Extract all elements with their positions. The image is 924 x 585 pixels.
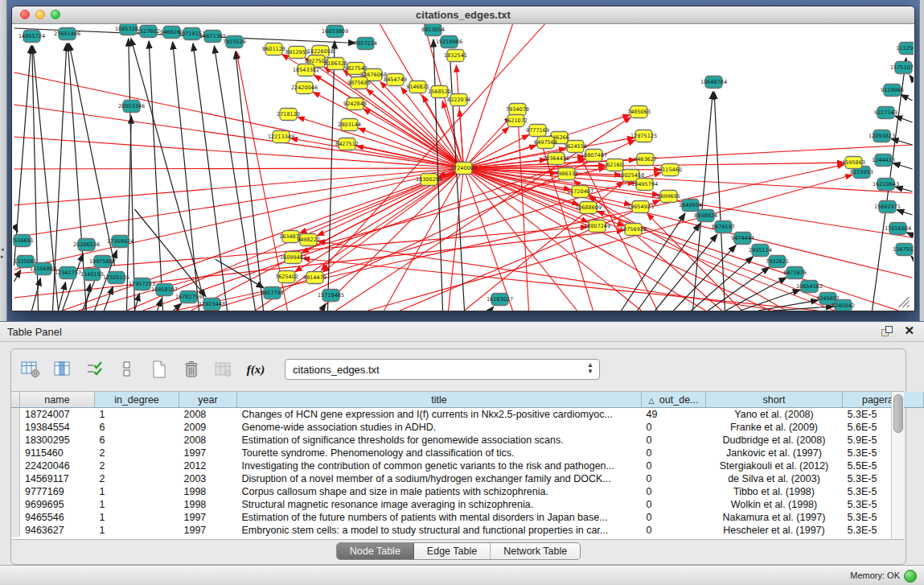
row-gutter bbox=[11, 498, 20, 511]
graph-edge bbox=[464, 168, 913, 278]
graph-node-label: 9498222 bbox=[297, 237, 320, 243]
graph-node-label: 8912955 bbox=[285, 49, 309, 56]
graph-node-label: 8427512 bbox=[335, 141, 359, 147]
table-scrollbar[interactable] bbox=[891, 392, 904, 539]
graph-node-label: 18300295 bbox=[416, 176, 442, 183]
function-builder-icon[interactable]: f(x) bbox=[244, 358, 267, 381]
graph-node-label: 8222034 bbox=[447, 97, 470, 103]
graph-edge bbox=[135, 294, 140, 311]
cell-in_degree: 1 bbox=[95, 511, 179, 524]
table-row[interactable]: 969969511998Structural magnetic resonanc… bbox=[11, 498, 924, 511]
graph-edge bbox=[911, 256, 913, 257]
graph-node-label: 9146821 bbox=[406, 84, 429, 90]
graph-node-label: 17359924 bbox=[107, 238, 133, 245]
graph-node-label: 16210643 bbox=[873, 181, 899, 187]
network-table-selector[interactable]: citations_edges.txt ▲▼ bbox=[285, 359, 600, 380]
graph-node-label: 22420046 bbox=[291, 84, 318, 91]
graph-node-label: 15692971 bbox=[874, 204, 901, 210]
network-canvas[interactable]: 1405572427691406106532871527602946616010… bbox=[13, 24, 914, 311]
graph-node-label: 2718120 bbox=[277, 111, 300, 117]
close-panel-icon[interactable]: ✕ bbox=[904, 323, 914, 338]
graph-node-label: 1335061 bbox=[14, 258, 37, 265]
float-panel-icon[interactable] bbox=[881, 326, 892, 336]
cell-pagerank: 5.3E-5 bbox=[843, 524, 924, 537]
table-row[interactable]: 911546021997Tourette syndrome. Phenomeno… bbox=[11, 447, 924, 459]
graph-node-label: 10654162 bbox=[796, 283, 823, 290]
table-row[interactable]: 1938455462009Genome-wide association stu… bbox=[11, 421, 924, 434]
window-title: citations_edges.txt bbox=[12, 9, 914, 21]
cell-short: Franke et al. (2009) bbox=[706, 421, 843, 434]
tab-network-table[interactable]: Network Table bbox=[491, 543, 580, 559]
left-panel-divider[interactable]: ◂▸ bbox=[0, 0, 7, 321]
graph-node-label: 10543382 bbox=[293, 67, 319, 73]
cell-in_degree: 1 bbox=[95, 408, 179, 422]
table-mode-icon[interactable] bbox=[19, 358, 42, 381]
table-row[interactable]: 977716911998Corpus callosum shape and si… bbox=[11, 485, 924, 498]
graph-node-label: 16033809 bbox=[322, 28, 348, 35]
graph-node-label: 17957253 bbox=[129, 281, 155, 287]
table-row[interactable]: 1872400712008Changes of HCN gene express… bbox=[11, 408, 924, 422]
column-header-out_de[interactable]: △ out_de... bbox=[642, 392, 706, 408]
tab-edge-table[interactable]: Edge Table bbox=[414, 543, 491, 559]
cell-short: Yano et al. (2008) bbox=[706, 408, 843, 422]
cell-out_de: 49 bbox=[642, 408, 706, 422]
cell-name: 9699695 bbox=[20, 498, 95, 511]
graph-node-label: 12213349 bbox=[268, 134, 294, 140]
graph-edge bbox=[893, 163, 913, 169]
memory-status-label: Memory: OK bbox=[850, 571, 900, 580]
column-header-name[interactable]: name bbox=[20, 392, 95, 408]
row-height-icon[interactable] bbox=[116, 358, 138, 381]
graph-node-label: 8471676 bbox=[783, 270, 807, 276]
tab-node-table[interactable]: Node Table bbox=[337, 543, 414, 559]
scrollbar-thumb[interactable] bbox=[893, 394, 903, 433]
cell-out_de: 0 bbox=[642, 434, 706, 447]
window-titlebar[interactable]: citations_edges.txt bbox=[12, 6, 914, 24]
table-row[interactable]: 946554611997Estimation of the future num… bbox=[11, 511, 924, 524]
column-header-short[interactable]: short bbox=[706, 392, 843, 408]
resize-grip[interactable] bbox=[899, 297, 910, 307]
graph-node-label: 15718485 bbox=[318, 292, 344, 299]
divider-grip-icon: ◂▸ bbox=[1, 245, 4, 260]
table-row[interactable]: 1830029562008Estimation of significance … bbox=[11, 434, 924, 447]
table-panel-content: f(x) citations_edges.txt ▲▼ namein_degre… bbox=[10, 348, 906, 565]
graph-node-label: 7857224 bbox=[354, 40, 377, 47]
cell-out_de: 0 bbox=[642, 447, 706, 459]
graph-node-label: 12505135 bbox=[103, 274, 129, 281]
graph-edge bbox=[14, 137, 464, 168]
row-gutter-header bbox=[11, 392, 20, 408]
table-toolbar: f(x) citations_edges.txt ▲▼ bbox=[19, 356, 600, 383]
create-column-icon[interactable] bbox=[148, 358, 170, 381]
select-columns-icon[interactable] bbox=[84, 358, 106, 381]
cell-year: 1998 bbox=[179, 485, 237, 498]
status-bar: Memory: OK bbox=[0, 565, 924, 585]
graph-node-label: 9227343 bbox=[874, 109, 897, 116]
graph-node-label: 1244413 bbox=[872, 157, 895, 163]
column-header-title[interactable]: title bbox=[237, 392, 642, 408]
graph-node-label: 1568520 bbox=[428, 89, 451, 95]
cell-title: Genome-wide association studies in ADHD. bbox=[237, 421, 642, 434]
graph-node-label: 18226058 bbox=[307, 48, 334, 55]
column-header-year[interactable]: year bbox=[179, 392, 237, 408]
graph-node-label: 9827548 bbox=[344, 65, 368, 72]
column-header-pagerank[interactable]: pagerank bbox=[843, 392, 924, 408]
graph-node-label: 9699695 bbox=[657, 193, 680, 200]
show-columns-icon[interactable] bbox=[51, 358, 74, 381]
cell-title: Estimation of the future numbers of pati… bbox=[237, 511, 642, 524]
cell-out_de: 0 bbox=[642, 511, 706, 524]
graph-edge bbox=[322, 303, 326, 311]
cell-year: 2008 bbox=[179, 408, 237, 422]
cell-year: 2008 bbox=[179, 434, 237, 447]
graph-node-label: 8813054 bbox=[421, 27, 445, 33]
graph-edge bbox=[464, 168, 513, 311]
table-row[interactable]: 1456911722003Disruption of a novel membe… bbox=[11, 472, 924, 485]
graph-node-label: 9463627 bbox=[634, 156, 657, 163]
graph-node-label: 11156869 bbox=[30, 266, 56, 272]
graph-edge bbox=[901, 95, 912, 101]
cell-short: Jankovic et al. (1997) bbox=[706, 447, 843, 459]
table-row[interactable]: 946362711997Embryonic stem cells: a mode… bbox=[11, 524, 924, 537]
table-row[interactable]: 2242004622012Investigating the contribut… bbox=[11, 459, 924, 472]
right-panel-divider[interactable] bbox=[919, 0, 924, 321]
delete-column-icon[interactable] bbox=[180, 358, 203, 381]
column-header-in_degree[interactable]: in_degree bbox=[95, 392, 179, 408]
memory-status-indicator[interactable] bbox=[904, 570, 917, 583]
